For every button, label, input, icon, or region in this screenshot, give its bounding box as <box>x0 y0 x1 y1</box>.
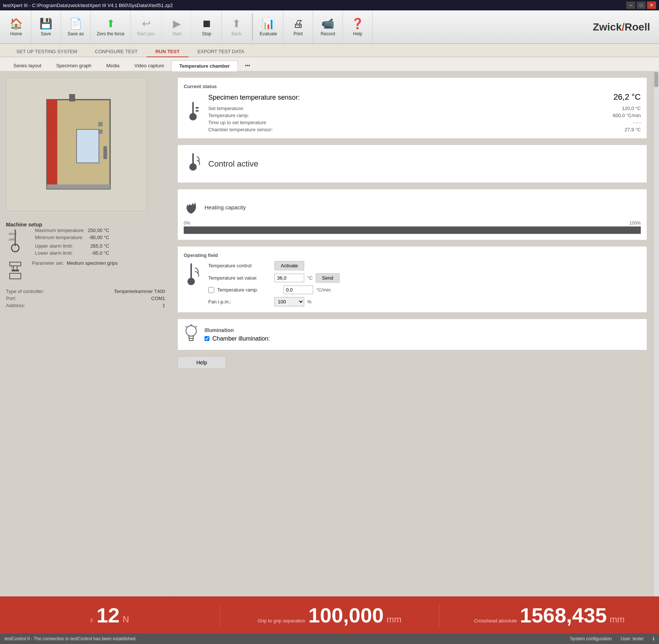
save-as-icon: 📄 <box>69 17 82 30</box>
controller-grid: Type of controller: Temperierkammer T400… <box>6 289 165 308</box>
start-pos-label: Start pos. <box>137 31 156 36</box>
help-button[interactable]: Help <box>177 356 226 369</box>
lower-alarm-value: -95,0 °C <box>88 250 109 256</box>
help-toolbar-label: Help <box>353 31 362 36</box>
force-value: 12 <box>96 603 119 627</box>
svg-rect-8 <box>98 129 103 134</box>
sep-desc: Grip to grip separation <box>257 618 305 624</box>
svg-rect-3 <box>103 146 107 159</box>
specimen-sensor-row: Specimen temperature sensor: 26,2 °C Set… <box>184 92 641 132</box>
chamber-illumination-checkbox[interactable] <box>205 336 209 341</box>
user-info: User: tester <box>621 636 644 641</box>
op-fields: Temperature control: Activate Temperatur… <box>208 261 340 306</box>
controller-label: Type of controller: <box>6 289 111 294</box>
logo: Zwick/Roell <box>585 10 658 44</box>
temp-set-input[interactable] <box>274 274 304 282</box>
heating-label: Heating capacity <box>205 204 246 210</box>
sys-config[interactable]: System configuration <box>570 636 612 641</box>
tab-export-test-data[interactable]: EXPORT TEST DATA <box>189 46 253 57</box>
svg-text:↓MIN: ↓MIN <box>8 238 16 241</box>
scrollbar[interactable] <box>653 71 659 596</box>
zero-force-button[interactable]: ⬆ Zero the force <box>91 10 131 44</box>
svg-point-24 <box>189 163 197 171</box>
force-label: F <box>90 618 94 624</box>
upper-alarm-label: Upper alarm limit: <box>35 243 85 249</box>
sep-value: 100,000 <box>308 603 383 627</box>
start-pos-icon: ↩ <box>142 17 151 30</box>
port-label: Port: <box>6 296 111 301</box>
subtab-more[interactable]: ••• <box>238 61 258 71</box>
current-status-section: Current status Specimen temperature sens… <box>177 77 647 139</box>
evaluate-label: Evaluate <box>260 31 277 36</box>
svg-rect-15 <box>10 273 21 279</box>
svg-rect-7 <box>98 122 103 126</box>
temp-ramp-checkbox[interactable] <box>208 287 214 293</box>
svg-text:↑MAX: ↑MAX <box>8 232 17 236</box>
param-set-label: Parameter set: <box>32 260 64 266</box>
thermometer-sensor-svg <box>184 100 202 122</box>
set-temp-label: Set temperature: <box>208 106 610 111</box>
save-button[interactable]: 💾 Save <box>31 10 61 44</box>
heating-bar <box>184 226 641 234</box>
info-icon[interactable]: ℹ <box>653 636 655 641</box>
temp-ramp-row: Temperature ramp: °C/min <box>208 286 340 294</box>
chamber-image <box>6 77 147 211</box>
help-toolbar-button[interactable]: ❓ Help <box>343 10 373 44</box>
tab-configure-test[interactable]: CONFIGURE TEST <box>86 46 147 57</box>
subtab-media[interactable]: Media <box>99 61 127 71</box>
control-section: Control active <box>177 145 647 183</box>
operating-field-header: Operating field <box>184 252 641 258</box>
save-label: Save <box>41 31 51 36</box>
subtab-specimen-graph[interactable]: Specimen graph <box>49 61 99 71</box>
left-panel: Machine setup ↑MAX ↓MIN Maximum temperat… <box>0 71 171 596</box>
illum-title: Illumination <box>205 327 270 333</box>
temp-set-label: Temperature set value: <box>208 275 271 281</box>
subtab-series-layout[interactable]: Series layout <box>6 61 49 71</box>
right-scroll-area: Current status Specimen temperature sens… <box>171 71 659 596</box>
upper-alarm-value: 265,0 °C <box>88 243 109 249</box>
toolbar: 🏠 Home 💾 Save 📄 Save as ⬆ Zero the force… <box>0 10 659 44</box>
print-label: Print <box>293 31 303 36</box>
window-controls: – □ ✕ <box>626 1 656 9</box>
chamber-illum-label: Chamber illumination: <box>212 335 270 342</box>
activate-button[interactable]: Activate <box>274 261 304 270</box>
light-bulb-svg <box>184 323 199 344</box>
svg-rect-21 <box>196 107 199 109</box>
fan-select[interactable]: 100 75 50 25 <box>274 297 304 306</box>
temp-ramp-input[interactable] <box>283 286 313 294</box>
stop-button[interactable]: ⏹ Stop <box>192 10 222 44</box>
temp-max-min-icon: ↑MAX ↓MIN <box>6 228 25 254</box>
title-bar: testXpert III - C:\ProgramData\zwick\tes… <box>0 0 659 10</box>
close-button[interactable]: ✕ <box>647 1 656 9</box>
bottom-right: System configuration User: tester ℹ <box>570 636 655 641</box>
tab-run-test[interactable]: RUN TEST <box>147 46 189 57</box>
scroll-thumb[interactable] <box>654 72 658 87</box>
back-button: ⬆ Back <box>222 10 251 44</box>
start-label: Start <box>172 31 181 36</box>
home-button[interactable]: 🏠 Home <box>1 10 31 44</box>
evaluate-button[interactable]: 📊 Evaluate <box>254 10 283 44</box>
address-label: Address: <box>6 303 111 308</box>
svg-text:±: ± <box>10 264 13 269</box>
send-button[interactable]: Send <box>316 273 340 283</box>
operating-icon <box>184 261 202 290</box>
minimize-button[interactable]: – <box>626 1 635 9</box>
start-button: ▶ Start <box>162 10 192 44</box>
print-button[interactable]: 🖨 Print <box>283 10 313 44</box>
separation-cell: Grip to grip separation 100,000 mm <box>220 603 440 627</box>
record-button[interactable]: 📹 Record <box>313 10 343 44</box>
maximize-button[interactable]: □ <box>637 1 646 9</box>
machine-setup: Machine setup ↑MAX ↓MIN Maximum temperat… <box>6 219 165 308</box>
control-icon <box>184 151 202 177</box>
subtab-temperature-chamber[interactable]: Temperature chamber <box>171 61 238 71</box>
min-temp-value: -80,00 °C <box>88 235 109 240</box>
tab-setup-testing-system[interactable]: SET UP TESTING SYSTEM <box>7 46 86 57</box>
subtab-video-capture[interactable]: Video capture <box>127 61 171 71</box>
temp-control-row: Temperature control: Activate <box>208 261 340 270</box>
save-as-label: Save as <box>68 31 84 36</box>
heating-min-label: 0% <box>184 220 190 226</box>
save-as-button[interactable]: 📄 Save as <box>61 10 91 44</box>
fan-label: Fan r.p.m.: <box>208 299 271 305</box>
fan-row: Fan r.p.m.: 100 75 50 25 % <box>208 297 340 306</box>
crosshead-unit: mm <box>610 614 625 625</box>
